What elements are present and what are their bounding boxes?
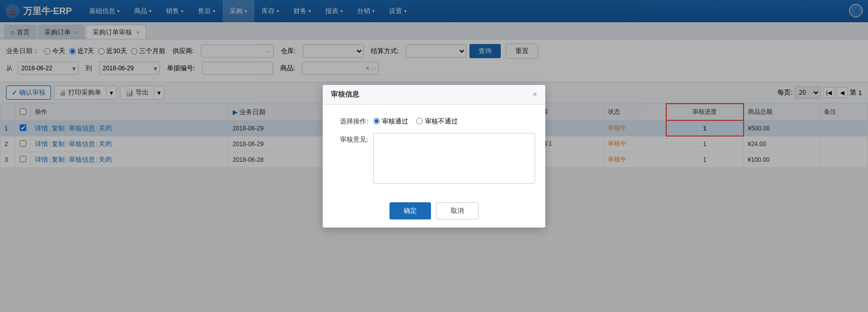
review-options: 审核通过 审核不通过	[373, 115, 535, 126]
review-dialog: 审核信息 × 选择操作: 审核通过 审核不通过 审核意见:	[323, 85, 545, 168]
dialog-header: 审核信息 ×	[323, 85, 545, 105]
comment-wrapper	[373, 133, 535, 168]
comment-textarea[interactable]	[373, 133, 535, 168]
radio-fail[interactable]: 审核不通过	[416, 117, 458, 126]
dialog-body: 选择操作: 审核通过 审核不通过 审核意见:	[323, 105, 545, 168]
comment-row: 审核意见:	[333, 133, 535, 168]
comment-label: 审核意见:	[333, 133, 368, 144]
dialog-close-button[interactable]: ×	[533, 90, 537, 99]
operation-row: 选择操作: 审核通过 审核不通过	[333, 115, 535, 126]
radio-fail-input[interactable]	[416, 118, 423, 124]
radio-pass-input[interactable]	[373, 118, 380, 124]
operation-label: 选择操作:	[333, 115, 368, 126]
dialog-overlay: 审核信息 × 选择操作: 审核通过 审核不通过 审核意见:	[0, 0, 868, 168]
dialog-title: 审核信息	[331, 90, 359, 99]
radio-pass[interactable]: 审核通过	[373, 117, 408, 126]
